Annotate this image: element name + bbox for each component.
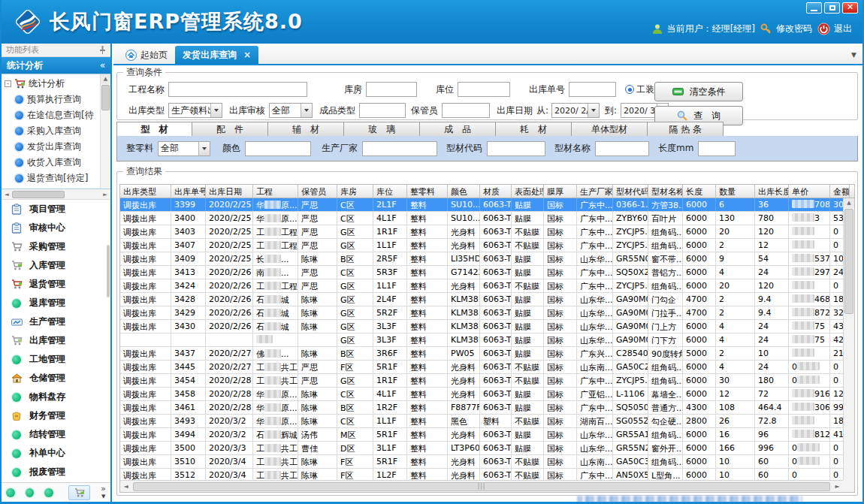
sidebar-item-结转管理[interactable]: 结转管理 — [2, 425, 110, 444]
sidebar-item-仓储管理[interactable]: 仓储管理 — [2, 369, 110, 388]
chevron-down-icon[interactable] — [210, 104, 222, 117]
grid-vscroll-thumb[interactable] — [844, 209, 853, 314]
collapse-icon[interactable]: « — [100, 57, 105, 74]
tree-scroll-thumb[interactable] — [101, 85, 110, 110]
tab-shipment-out-query[interactable]: 发货出库查询 × — [175, 46, 258, 64]
sidebar-item-入库管理[interactable]: 入库管理 — [2, 256, 110, 275]
project-name-input[interactable] — [168, 82, 307, 97]
material-tab-耗材[interactable]: 耗 材 — [496, 122, 572, 137]
scroll-up-icon[interactable]: ▲ — [844, 198, 854, 208]
column-header-单价[interactable]: 单价 — [789, 185, 830, 198]
column-header-型材代码[interactable]: 型材代码 — [613, 185, 648, 198]
menu-scroll-thumb[interactable] — [107, 245, 110, 297]
manufacturer-input[interactable] — [362, 141, 437, 156]
warehouse-input[interactable] — [366, 82, 417, 97]
column-header-出库类型[interactable]: 出库类型 — [120, 185, 171, 198]
tab-close-icon[interactable]: × — [243, 50, 251, 60]
material-tab-玻璃[interactable]: 玻 璃 — [344, 122, 420, 137]
sidebar-item-生产管理[interactable]: 生产管理 — [2, 312, 110, 331]
table-row[interactable]: 调拨出库35122020/3/4工共工程陈琳F区1L2F整料光身料6063-T5… — [120, 469, 843, 480]
tree-item[interactable]: 预算执行查询 — [3, 92, 99, 107]
column-header-表面处理[interactable]: 表面处理 — [512, 185, 544, 198]
material-tab-单体型材[interactable]: 单体型材 — [572, 122, 648, 137]
column-header-材质[interactable]: 材质 — [480, 185, 512, 198]
chevron-down-icon[interactable] — [301, 104, 312, 117]
table-row[interactable]: 调拨出库34002020/2/25华原...严思C区4L1F整料SU10...6… — [120, 212, 843, 225]
sidebar-item-采购管理[interactable]: 采购管理 — [2, 237, 110, 256]
tree-vertical-scrollbar[interactable]: ▲ — [100, 74, 110, 189]
grid-hscroll-thumb[interactable]: ||| — [133, 482, 830, 491]
minimize-button[interactable] — [806, 2, 822, 14]
scroll-up-icon[interactable]: ▲ — [101, 74, 110, 84]
table-row[interactable]: 调拨出库34612020/2/28华原...陈琳B区1R2F整料F8877FT6… — [120, 401, 843, 415]
column-header-整零料[interactable]: 整零料 — [407, 185, 448, 198]
material-tab-成品[interactable]: 成 品 — [420, 122, 496, 137]
column-header-颜色[interactable]: 颜色 — [448, 185, 480, 198]
chevron-down-icon[interactable] — [198, 142, 210, 155]
table-row[interactable]: 调拨出库34032020/2/25工工程严思G区1R1F整料光身料6063-T5… — [120, 225, 843, 239]
scroll-right-icon[interactable]: ► — [100, 192, 110, 198]
tree-item[interactable]: 在途信息查询[待 — [3, 107, 99, 123]
sidebar-item-退库管理[interactable]: 退库管理 — [2, 294, 110, 312]
radio-icon[interactable] — [625, 85, 634, 94]
table-row[interactable]: 调拨出库34092020/2/25长...陈琳B区2R5F整料LI35HD606… — [120, 252, 843, 266]
sidebar-item-工地管理[interactable]: 工地管理 — [2, 350, 110, 369]
table-row[interactable]: 调拨出库34292020/2/26石城陈琳G区5R2F整料KLM38176063… — [120, 306, 843, 320]
column-header-保管员[interactable]: 保管员 — [298, 185, 337, 198]
material-tab-型材[interactable]: 型 材 — [116, 122, 192, 137]
table-row[interactable]: 调拨出库34242020/2/26工工程严思G区1L1F整料光身料6063-T5… — [120, 279, 843, 293]
table-row[interactable]: 调拨出库35002020/3/3工共工程曹佳D区3L1F整料LT3P606063… — [120, 442, 843, 455]
table-row[interactable]: 调拨出库34132020/2/26南...严思C区5R3F整料G71422606… — [120, 266, 843, 279]
material-tab-配件[interactable]: 配 件 — [192, 122, 268, 137]
table-row[interactable]: 调拨出库34302020/2/26石城陈琳G区3L3F整料KLM38176063… — [120, 320, 843, 333]
tree-root[interactable]: - 统计分析 — [3, 76, 99, 92]
length-input[interactable] — [698, 141, 736, 156]
table-row[interactable]: 调拨出库34372020/2/27佛...陈琳B区3R6F整料PW056063-… — [120, 347, 843, 361]
column-header-生产厂家[interactable]: 生产厂家 — [577, 185, 613, 198]
date-from-picker[interactable]: 2020/ 2/16 — [551, 103, 600, 118]
sidebar-item-出库管理[interactable]: 出库管理 — [2, 331, 110, 350]
maximize-button[interactable] — [824, 2, 840, 14]
table-row[interactable]: 调拨出库35102020/3/4工共工程陈琳F区5R1F整料光身料6063-T5… — [120, 455, 843, 469]
change-password-button[interactable]: 修改密码 — [760, 23, 812, 35]
table-row[interactable]: G区3L3F整料KLM38176063-T5贴膜国标山东华...GA90M09.… — [120, 333, 843, 347]
grid-horizontal-scrollbar[interactable]: ◄ ||| ► — [120, 480, 843, 492]
sidebar-item-财务管理[interactable]: 财务管理 — [2, 406, 110, 425]
tree-item[interactable]: 发货出库查询 — [3, 139, 99, 155]
tree-item[interactable]: 退货查询[待定] — [3, 171, 99, 186]
column-header-工程[interactable]: 工程 — [253, 185, 298, 198]
tree-horizontal-scrollbar[interactable]: ◄ ► — [2, 189, 110, 200]
table-row[interactable]: 调拨出库34542020/2/28工共工程严思G区1R1F整料光身料6063-T… — [120, 374, 843, 388]
radio-gongzhuang[interactable]: 工装 — [625, 83, 654, 96]
column-header-长度[interactable]: 长度 — [683, 185, 716, 198]
column-header-数量[interactable]: 数量 — [716, 185, 755, 198]
table-row[interactable]: 调拨出库34072020/2/25工工程严思G区1L1F整料光身料6063-T5… — [120, 239, 843, 252]
table-row[interactable]: 调拨出库34452020/2/27工共工程严思F区5R1F整料光身料6063-T… — [120, 361, 843, 374]
column-header-出库单号[interactable]: 出库单号 — [171, 185, 206, 198]
green-dot-icon[interactable] — [44, 488, 53, 497]
sidebar-item-报废管理[interactable]: 报废管理 — [2, 463, 110, 481]
scroll-left-icon[interactable]: ◄ — [2, 192, 12, 198]
scroll-left-icon[interactable]: ◄ — [120, 483, 131, 490]
scroll-right-icon[interactable]: ► — [832, 483, 843, 490]
green-dot-icon[interactable] — [26, 488, 35, 497]
tab-list-dropdown-icon[interactable]: ▼ — [851, 51, 856, 59]
whole-part-combo[interactable]: 全部 — [158, 141, 210, 156]
chevron-down-icon[interactable] — [588, 104, 599, 117]
logout-button[interactable]: 退出 — [817, 23, 852, 35]
sidebar-item-项目管理[interactable]: 项目管理 — [2, 200, 110, 219]
profile-code-input[interactable] — [487, 141, 545, 156]
sidebar-item-物料盘存[interactable]: 物料盘存 — [2, 388, 110, 406]
table-row[interactable]: 调拨出库34932020/3/2华原...陈琳C区1L1F整料黑色塑料不贴膜国标… — [120, 415, 843, 428]
table-row[interactable]: 调拨出库33992020/2/25华原...严思C区2L1F整料SU10...6… — [120, 198, 843, 212]
tree-item[interactable]: 采购入库查询 — [3, 123, 99, 139]
tree-item[interactable]: 收货入库查询 — [3, 155, 99, 171]
pin-icon[interactable] — [99, 46, 106, 54]
menu-overflow-button[interactable]: »▼ — [101, 485, 106, 500]
column-header-金额[interactable]: 金额 — [830, 185, 850, 198]
column-header-型材名称[interactable]: 型材名称 — [648, 185, 683, 198]
material-tab-隔热条[interactable]: 隔 热 条 — [648, 122, 724, 137]
clear-conditions-button[interactable]: 清空条件 — [654, 82, 743, 101]
tree-item[interactable]: 退库管理[待定] — [3, 186, 99, 189]
out-type-combo[interactable]: 生产领料出库 — [168, 103, 222, 118]
